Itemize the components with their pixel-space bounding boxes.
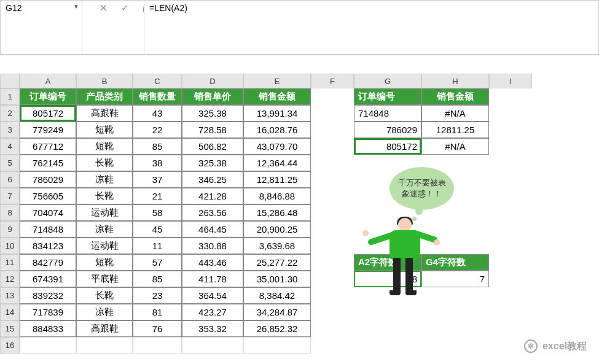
cell[interactable]: 销售金额	[421, 88, 489, 105]
cell[interactable]	[243, 337, 311, 354]
cell[interactable]: 35,001.30	[243, 271, 311, 287]
cell[interactable]: 销售单价	[182, 88, 243, 105]
column-header[interactable]: D	[182, 74, 243, 88]
cell[interactable]: 786029	[20, 171, 76, 188]
row-header[interactable]: 16	[0, 337, 20, 354]
cell[interactable]: 842779	[20, 254, 76, 271]
cell[interactable]: 43,079.70	[243, 138, 311, 155]
row-header[interactable]: 12	[0, 271, 20, 287]
cell[interactable]	[20, 337, 76, 354]
cell[interactable]: 短靴	[76, 138, 133, 155]
cell[interactable]: 13,991.34	[243, 105, 311, 122]
row-header[interactable]: 4	[0, 138, 20, 155]
cell[interactable]: 销售数量	[133, 88, 182, 105]
cell[interactable]: 12,811.25	[243, 171, 311, 188]
cell[interactable]: 325.38	[182, 155, 243, 171]
cell[interactable]: 34,284.87	[243, 304, 311, 320]
cell[interactable]: 凉鞋	[76, 171, 133, 188]
cell[interactable]: 订单编号	[354, 88, 421, 105]
cell[interactable]: 3,639.68	[243, 238, 311, 254]
cell[interactable]: #N/A	[421, 138, 489, 155]
cell[interactable]: 85	[133, 138, 182, 155]
cell[interactable]: 677712	[20, 138, 76, 155]
cell[interactable]: 22	[133, 122, 182, 138]
cell[interactable]: 45	[133, 221, 182, 238]
cell[interactable]: 76	[133, 320, 182, 337]
cell[interactable]: 12811.25	[421, 122, 489, 138]
cell[interactable]: 423.27	[182, 304, 243, 320]
cell[interactable]: 779249	[20, 122, 76, 138]
formula-input[interactable]: =LEN(A2)	[144, 0, 599, 55]
cell[interactable]: 21	[133, 188, 182, 204]
cell[interactable]: 81	[133, 304, 182, 320]
cell[interactable]: 7	[421, 271, 489, 287]
cell[interactable]: G4字符数	[421, 254, 489, 271]
cell[interactable]: 421.28	[182, 188, 243, 204]
cell[interactable]: 11	[133, 238, 182, 254]
cell[interactable]: 26,852.32	[243, 320, 311, 337]
column-header[interactable]: H	[421, 74, 489, 88]
row-header[interactable]: 2	[0, 105, 20, 122]
cell[interactable]: 714848	[20, 221, 76, 238]
cell[interactable]: 凉鞋	[76, 304, 133, 320]
cell[interactable]: 短靴	[76, 254, 133, 271]
cell[interactable]: 25,277.22	[243, 254, 311, 271]
confirm-icon[interactable]: ✓	[116, 2, 134, 14]
name-box[interactable]: G12 ▼	[0, 0, 82, 55]
cell[interactable]: 353.32	[182, 320, 243, 337]
cell[interactable]: 762145	[20, 155, 76, 171]
row-header[interactable]: 6	[0, 171, 20, 188]
cell[interactable]: 325.38	[182, 105, 243, 122]
column-header[interactable]: A	[20, 74, 76, 88]
row-header[interactable]: 3	[0, 122, 20, 138]
cell[interactable]: 15,286.48	[243, 204, 311, 221]
row-header[interactable]: 14	[0, 304, 20, 320]
cell[interactable]: 263.56	[182, 204, 243, 221]
cell[interactable]	[133, 337, 182, 354]
name-box-dropdown-icon[interactable]: ▼	[73, 3, 79, 10]
cell[interactable]: 805172	[20, 105, 76, 122]
cell[interactable]: 85	[133, 271, 182, 287]
row-header[interactable]: 15	[0, 320, 20, 337]
cell[interactable]: 443.46	[182, 254, 243, 271]
row-header[interactable]: 10	[0, 238, 20, 254]
column-header[interactable]: I	[489, 74, 532, 88]
cell[interactable]: 346.25	[182, 171, 243, 188]
cell[interactable]: 714848	[354, 105, 421, 122]
cell[interactable]: 订单编号	[20, 88, 76, 105]
cell[interactable]: 长靴	[76, 188, 133, 204]
cell[interactable]: 长靴	[76, 155, 133, 171]
row-header[interactable]: 5	[0, 155, 20, 171]
cell[interactable]: 805172	[354, 138, 421, 155]
cell[interactable]: 728.58	[182, 122, 243, 138]
column-header[interactable]: B	[76, 74, 133, 88]
cell[interactable]: 411.78	[182, 271, 243, 287]
cell[interactable]: 凉鞋	[76, 221, 133, 238]
cell[interactable]: 464.45	[182, 221, 243, 238]
cell[interactable]: 8,384.42	[243, 287, 311, 304]
cell[interactable]: 330.88	[182, 238, 243, 254]
cell[interactable]: 364.54	[182, 287, 243, 304]
cell[interactable]	[76, 337, 133, 354]
cell[interactable]: 58	[133, 204, 182, 221]
cell[interactable]: 756605	[20, 188, 76, 204]
cell[interactable]: 运动鞋	[76, 238, 133, 254]
column-header[interactable]: C	[133, 74, 182, 88]
cell[interactable]: 506.82	[182, 138, 243, 155]
cell[interactable]: 20,900.25	[243, 221, 311, 238]
column-header[interactable]: E	[243, 74, 311, 88]
cell[interactable]: #N/A	[421, 105, 489, 122]
row-header[interactable]: 7	[0, 188, 20, 204]
cell[interactable]: 37	[133, 171, 182, 188]
cell[interactable]: 高跟鞋	[76, 320, 133, 337]
cell[interactable]: 43	[133, 105, 182, 122]
cell[interactable]: 长靴	[76, 287, 133, 304]
cell[interactable]: 销售金额	[243, 88, 311, 105]
cell[interactable]: 38	[133, 155, 182, 171]
cell[interactable]: 884833	[20, 320, 76, 337]
cell[interactable]: 12,364.44	[243, 155, 311, 171]
cell[interactable]: 786029	[354, 122, 421, 138]
cell[interactable]: 717839	[20, 304, 76, 320]
cell[interactable]: 高跟鞋	[76, 105, 133, 122]
cell[interactable]: 运动鞋	[76, 204, 133, 221]
